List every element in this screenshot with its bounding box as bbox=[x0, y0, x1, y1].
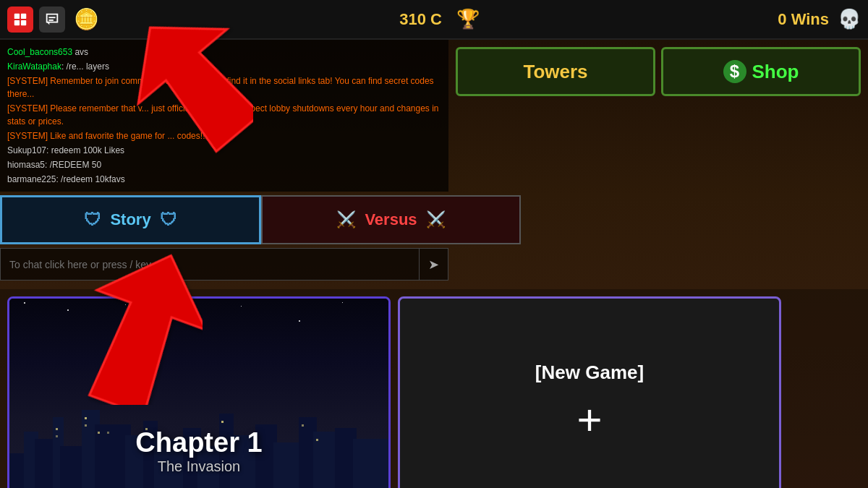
sword-left-icon: ⚔️ bbox=[336, 210, 356, 229]
roblox-icon[interactable] bbox=[7, 7, 33, 33]
svg-rect-2 bbox=[14, 20, 20, 25]
sword-right-icon: ⚔️ bbox=[426, 210, 446, 229]
chat-system-line: [SYSTEM] Remember to join community serv… bbox=[7, 74, 441, 100]
versus-mode-label: Versus bbox=[365, 210, 417, 229]
svg-rect-3 bbox=[21, 20, 26, 25]
main-content: Cool_bacons653 avs KiraWataphak: /re... … bbox=[0, 40, 868, 488]
svg-rect-0 bbox=[14, 13, 20, 18]
currency-display: 310 C bbox=[399, 10, 442, 29]
coins-icon: 🪙 bbox=[71, 4, 101, 35]
top-bar-right: 0 Wins 💀 bbox=[778, 8, 861, 30]
shield-right-icon: 🛡 bbox=[160, 210, 177, 230]
mode-selector: 🛡 Story 🛡 ⚔️ Versus ⚔️ bbox=[0, 195, 521, 244]
new-game-plus-icon: + bbox=[576, 398, 602, 442]
chat-send-button[interactable]: ➤ bbox=[420, 248, 448, 281]
trophy-icon: 🏆 bbox=[456, 8, 480, 30]
shop-button[interactable]: $ Shop bbox=[661, 47, 861, 96]
chat-line: Cool_bacons653 avs bbox=[7, 46, 441, 59]
chat-line: KiraWataphak: /re... layers bbox=[7, 60, 441, 73]
top-bar: 🪙 310 C 🏆 0 Wins 💀 bbox=[0, 0, 868, 40]
chat-line: Sukup107: redeem 100k Likes bbox=[7, 144, 441, 157]
wins-display: 0 Wins bbox=[778, 10, 829, 29]
shield-left-icon: 🛡 bbox=[84, 210, 101, 230]
money-icon: $ bbox=[723, 60, 746, 83]
chat-line: barmane225: /redeem 10kfavs bbox=[7, 173, 441, 186]
right-panel: Towers $ Shop bbox=[448, 40, 868, 103]
new-game-card[interactable]: [New Game] + bbox=[398, 296, 781, 488]
top-bar-center: 310 C 🏆 bbox=[109, 8, 770, 30]
chat-line: hiomasa5: /REDEEM 50 bbox=[7, 158, 441, 171]
chat-input-bar: ➤ bbox=[0, 248, 448, 281]
chat-messages: Cool_bacons653 avs KiraWataphak: /re... … bbox=[0, 40, 448, 192]
chat-system-line: [SYSTEM] Like and favorite the game for … bbox=[7, 129, 441, 142]
svg-rect-1 bbox=[21, 13, 26, 18]
chat-toggle-icon[interactable] bbox=[39, 7, 65, 33]
top-bar-left: 🪙 bbox=[7, 4, 101, 35]
versus-mode-button[interactable]: ⚔️ Versus ⚔️ bbox=[261, 195, 521, 244]
towers-label: Towers bbox=[523, 61, 587, 83]
skull-icon: 💀 bbox=[838, 8, 861, 30]
wins-value: 0 Wins bbox=[778, 10, 829, 29]
chat-username: Cool_bacons653 bbox=[7, 47, 72, 57]
shop-label: Shop bbox=[752, 61, 799, 83]
left-panel: Cool_bacons653 avs KiraWataphak: /re... … bbox=[0, 40, 448, 488]
top-buttons: Towers $ Shop bbox=[448, 40, 868, 103]
chat-username: KiraWataphak bbox=[7, 61, 61, 72]
coins-stack-icon: 🪙 bbox=[74, 7, 99, 31]
new-game-title: [New Game] bbox=[535, 361, 644, 384]
currency-value: 310 C bbox=[399, 10, 442, 29]
chat-system-line: [SYSTEM] Please remember that v... just … bbox=[7, 102, 441, 128]
towers-button[interactable]: Towers bbox=[456, 47, 655, 96]
chat-input[interactable] bbox=[0, 248, 420, 281]
story-mode-button[interactable]: 🛡 Story 🛡 bbox=[0, 195, 261, 244]
story-mode-label: Story bbox=[110, 210, 150, 229]
